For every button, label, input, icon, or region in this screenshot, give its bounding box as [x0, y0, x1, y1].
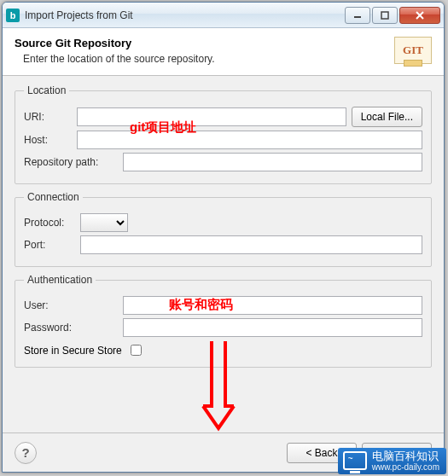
svg-rect-1: [381, 12, 388, 19]
local-file-button[interactable]: Local File...: [352, 107, 422, 127]
connection-legend: Connection: [24, 191, 83, 203]
dialog-window: b Import Projects from Git Source Git Re…: [2, 2, 445, 473]
uri-label: URI:: [24, 111, 72, 123]
password-label: Password:: [24, 322, 118, 334]
maximize-icon: [381, 11, 389, 20]
user-input[interactable]: [123, 296, 422, 315]
protocol-select[interactable]: [80, 213, 128, 232]
watermark-title: 电脑百科知识: [372, 450, 439, 462]
close-button[interactable]: [399, 7, 440, 24]
store-secure-checkbox[interactable]: [131, 345, 142, 356]
host-label: Host:: [24, 134, 72, 146]
location-group: Location URI: Local File... Host: Reposi…: [15, 84, 432, 184]
minimize-icon: [353, 11, 362, 20]
port-input[interactable]: [80, 235, 422, 254]
port-label: Port:: [24, 239, 75, 251]
repository-path-label: Repository path:: [24, 156, 118, 168]
help-button[interactable]: ?: [15, 442, 37, 464]
store-secure-label: Store in Secure Store: [24, 345, 122, 357]
page-description: Enter the location of the source reposit…: [15, 53, 394, 65]
watermark-url: www.pc-daily.com: [372, 462, 439, 472]
wizard-body: Location URI: Local File... Host: Reposi…: [3, 76, 444, 383]
repository-path-input[interactable]: [123, 153, 422, 171]
connection-group: Connection Protocol: Port:: [15, 191, 432, 267]
monitor-icon: [343, 451, 367, 470]
titlebar[interactable]: b Import Projects from Git: [3, 3, 444, 28]
minimize-button[interactable]: [345, 7, 370, 24]
location-legend: Location: [24, 84, 69, 96]
watermark: 电脑百科知识 www.pc-daily.com: [338, 448, 446, 474]
uri-input[interactable]: [77, 107, 346, 126]
git-logo-icon: GIT: [394, 37, 432, 64]
password-input[interactable]: [123, 318, 422, 337]
window-controls: [345, 7, 440, 24]
close-icon: [415, 10, 425, 20]
authentication-group: Authentication User: Password: Store in …: [15, 274, 432, 368]
host-input[interactable]: [77, 131, 422, 149]
wizard-header: Source Git Repository Enter the location…: [3, 28, 444, 76]
maximize-button[interactable]: [372, 7, 398, 24]
window-title: Import Projects from Git: [25, 9, 345, 21]
page-title: Source Git Repository: [15, 37, 394, 49]
authentication-legend: Authentication: [24, 274, 96, 286]
app-icon: b: [6, 9, 20, 22]
user-label: User:: [24, 299, 118, 311]
protocol-label: Protocol:: [24, 217, 75, 229]
